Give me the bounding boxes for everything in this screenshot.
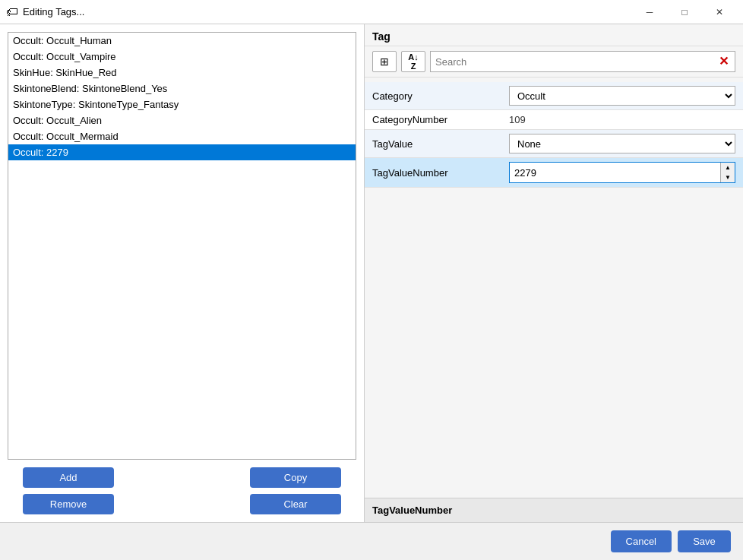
left-btn-group: Add Remove bbox=[23, 467, 114, 514]
az-icon: A↓Z bbox=[408, 52, 418, 71]
sort-icon-button[interactable]: ⊞ bbox=[372, 51, 397, 72]
left-panel: Occult: Occult_HumanOccult: Occult_Vampi… bbox=[0, 24, 365, 522]
cancel-button[interactable]: Cancel bbox=[611, 530, 672, 552]
number-spinners: ▲ ▼ bbox=[720, 163, 735, 182]
window-controls: ─ □ ✕ bbox=[632, 0, 737, 24]
form-row-tagvalue: TagValue None bbox=[365, 130, 743, 158]
categorynumber-value: 109 bbox=[509, 114, 735, 125]
minimize-button[interactable]: ─ bbox=[632, 0, 667, 24]
app-icon: 🏷 bbox=[6, 6, 18, 18]
titlebar: 🏷 Editing Tags... ─ □ ✕ bbox=[0, 0, 743, 24]
tagvalue-select[interactable]: None bbox=[509, 134, 735, 153]
close-button[interactable]: ✕ bbox=[702, 0, 737, 24]
right-panel-inner: Category Occult CategoryNumber 109 bbox=[365, 78, 743, 522]
tag-list[interactable]: Occult: Occult_HumanOccult: Occult_Vampi… bbox=[8, 32, 356, 460]
right-btn-group: Copy Clear bbox=[250, 467, 341, 514]
tag-form: Category Occult CategoryNumber 109 bbox=[365, 78, 743, 192]
right-panel: Tag ⊞ A↓Z ✕ Category Occult bbox=[365, 24, 743, 522]
copy-button[interactable]: Copy bbox=[250, 467, 341, 488]
sort-az-button[interactable]: A↓Z bbox=[401, 51, 425, 72]
tagvaluenumber-label: TagValueNumber bbox=[372, 167, 509, 179]
tagvaluenumber-value: ▲ ▼ bbox=[509, 162, 735, 183]
categorynumber-label: CategoryNumber bbox=[372, 114, 509, 125]
bottom-bar: Cancel Save bbox=[0, 522, 743, 560]
list-item[interactable]: Occult: Occult_Alien bbox=[8, 112, 356, 128]
tag-header: Tag bbox=[365, 24, 743, 46]
form-row-tagvaluenumber: TagValueNumber ▲ ▼ bbox=[365, 158, 743, 188]
tagvalue-label: TagValue bbox=[372, 138, 509, 150]
list-item[interactable]: Occult: Occult_Mermaid bbox=[8, 128, 356, 144]
search-input[interactable] bbox=[435, 56, 717, 68]
search-box: ✕ bbox=[430, 51, 735, 72]
search-clear-button[interactable]: ✕ bbox=[717, 55, 730, 68]
list-item[interactable]: SkintoneBlend: SkintoneBlend_Yes bbox=[8, 81, 356, 96]
spinner-down-button[interactable]: ▼ bbox=[721, 172, 735, 182]
list-item[interactable]: SkintoneType: SkintoneType_Fantasy bbox=[8, 96, 356, 112]
list-item[interactable]: SkinHue: SkinHue_Red bbox=[8, 65, 356, 81]
left-buttons: Add Remove Copy Clear bbox=[8, 467, 356, 514]
category-value: Occult bbox=[509, 86, 735, 106]
main-content: Occult: Occult_HumanOccult: Occult_Vampi… bbox=[0, 24, 743, 522]
list-item[interactable]: Occult: 2279 bbox=[8, 144, 356, 160]
add-button[interactable]: Add bbox=[23, 467, 114, 488]
tag-description: TagValueNumber bbox=[365, 498, 743, 522]
spacer bbox=[365, 192, 743, 498]
tagvaluenumber-input[interactable] bbox=[510, 163, 720, 182]
tagvaluenumber-input-group: ▲ ▼ bbox=[509, 162, 735, 183]
tag-toolbar: ⊞ A↓Z ✕ bbox=[365, 46, 743, 78]
form-row-category: Category Occult bbox=[365, 82, 743, 110]
form-row-categorynumber: CategoryNumber 109 bbox=[365, 110, 743, 130]
window-title: Editing Tags... bbox=[23, 6, 628, 17]
sort-icon: ⊞ bbox=[380, 55, 389, 68]
maximize-button[interactable]: □ bbox=[667, 0, 702, 24]
remove-button[interactable]: Remove bbox=[23, 494, 114, 514]
category-label: Category bbox=[372, 90, 509, 102]
clear-button[interactable]: Clear bbox=[250, 494, 341, 514]
category-select[interactable]: Occult bbox=[509, 86, 735, 106]
list-item[interactable]: Occult: Occult_Vampire bbox=[8, 49, 356, 65]
categorynumber-text: 109 bbox=[509, 114, 526, 125]
list-item[interactable]: Occult: Occult_Human bbox=[8, 33, 356, 49]
save-button[interactable]: Save bbox=[678, 530, 731, 552]
tagvalue-value: None bbox=[509, 134, 735, 153]
spinner-up-button[interactable]: ▲ bbox=[721, 163, 735, 172]
